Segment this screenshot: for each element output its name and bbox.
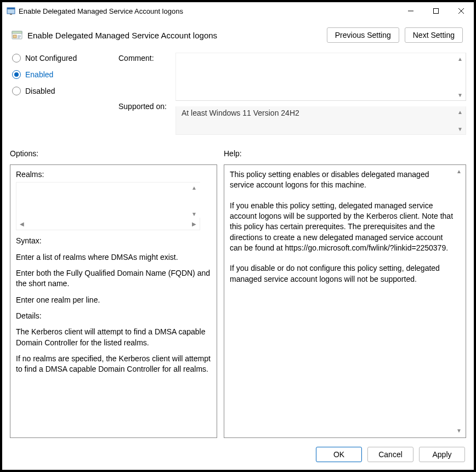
apply-button[interactable]: Apply xyxy=(419,447,465,462)
maximize-button[interactable] xyxy=(423,2,449,20)
svg-rect-3 xyxy=(434,9,439,14)
radio-icon xyxy=(12,70,21,79)
scroll-down-icon[interactable] xyxy=(455,426,463,435)
scroll-down-icon[interactable] xyxy=(456,90,464,99)
scroll-up-icon[interactable] xyxy=(190,184,199,192)
titlebar: Enable Delegated Managed Service Account… xyxy=(2,2,474,20)
mid-labels: Options: Help: xyxy=(2,139,474,161)
scroll-up-icon[interactable] xyxy=(455,167,463,176)
svg-rect-1 xyxy=(7,8,15,9)
help-text: If you enable this policy setting, deleg… xyxy=(230,201,454,254)
radio-icon xyxy=(12,87,21,95)
next-setting-button[interactable]: Next Setting xyxy=(405,27,463,43)
svg-rect-2 xyxy=(10,14,12,15)
svg-rect-6 xyxy=(13,35,16,38)
dialog-footer: OK Cancel Apply xyxy=(2,441,474,470)
policy-icon xyxy=(11,29,23,41)
realms-input-wrap xyxy=(16,182,200,230)
scroll-right-icon[interactable] xyxy=(190,220,199,229)
cancel-button[interactable]: Cancel xyxy=(367,447,413,462)
help-text: If you disable or do not configure this … xyxy=(230,263,454,285)
previous-setting-button[interactable]: Previous Setting xyxy=(327,27,399,43)
syntax-text: Enter one realm per line. xyxy=(16,295,211,305)
radio-disabled[interactable]: Disabled xyxy=(12,87,116,95)
radio-label: Disabled xyxy=(25,87,55,95)
syntax-text: Enter both the Fully Qualified Domain Na… xyxy=(16,268,211,289)
details-heading: Details: xyxy=(16,311,211,321)
minimize-button[interactable] xyxy=(398,2,423,20)
policy-title: Enable Delegated Managed Service Account… xyxy=(27,31,327,40)
comment-label: Comment: xyxy=(118,53,173,62)
policy-header: Enable Delegated Managed Service Account… xyxy=(2,20,474,50)
svg-rect-5 xyxy=(12,31,22,33)
syntax-text: Enter a list of realms where DMSAs might… xyxy=(16,252,211,263)
options-label: Options: xyxy=(10,149,224,158)
realms-input[interactable] xyxy=(16,183,201,218)
supported-label: Supported on: xyxy=(118,101,173,111)
window-buttons xyxy=(398,2,474,20)
radio-enabled[interactable]: Enabled xyxy=(12,70,116,79)
syntax-heading: Syntax: xyxy=(16,236,211,246)
app-icon xyxy=(7,7,15,15)
dialog-window: Enable Delegated Managed Service Account… xyxy=(2,2,474,470)
supported-on-value: At least Windows 11 Version 24H2 xyxy=(182,109,299,117)
config-area: Not Configured Enabled Disabled Comment:… xyxy=(2,50,474,139)
scroll-up-icon[interactable] xyxy=(456,107,464,116)
state-radio-group: Not Configured Enabled Disabled xyxy=(12,53,116,95)
window-title: Enable Delegated Managed Service Account… xyxy=(19,7,398,15)
scroll-left-icon[interactable] xyxy=(18,220,26,229)
realms-label: Realms: xyxy=(16,169,211,180)
scroll-down-icon[interactable] xyxy=(456,124,464,133)
help-pane: This policy setting enables or disables … xyxy=(224,164,466,438)
help-label: Help: xyxy=(224,149,242,158)
options-pane: Realms: Syntax: Enter a list of realms w… xyxy=(10,164,217,438)
radio-label: Enabled xyxy=(25,70,53,79)
scroll-up-icon[interactable] xyxy=(456,54,464,63)
radio-label: Not Configured xyxy=(25,54,77,62)
mid-panes: Realms: Syntax: Enter a list of realms w… xyxy=(2,161,474,441)
comment-textbox[interactable] xyxy=(175,53,466,101)
help-text: This policy setting enables or disables … xyxy=(230,169,454,191)
close-button[interactable] xyxy=(449,2,474,20)
radio-icon xyxy=(12,54,21,62)
ok-button[interactable]: OK xyxy=(316,447,362,462)
supported-on-box: At least Windows 11 Version 24H2 xyxy=(175,106,466,135)
radio-not-configured[interactable]: Not Configured xyxy=(12,54,116,62)
details-text: The Kerberos client will attempt to find… xyxy=(16,327,211,348)
scroll-down-icon[interactable] xyxy=(190,210,199,219)
details-text: If no realms are specified, the Kerberos… xyxy=(16,354,211,375)
